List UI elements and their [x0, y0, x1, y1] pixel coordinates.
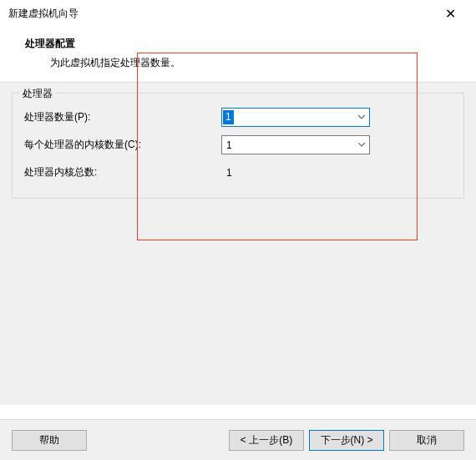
page-subtitle: 为此虚拟机指定处理器数量。 — [25, 56, 451, 70]
label-cores-per-processor: 每个处理器的内核数量(C): — [24, 138, 221, 152]
chevron-down-icon — [354, 115, 369, 119]
content-area: 处理器 处理器数量(P): 1 每个处理器的内核数量(C): 1 — [0, 83, 476, 405]
label-total-cores: 处理器内核总数: — [24, 165, 221, 179]
processors-value: 1 — [223, 110, 234, 124]
chevron-down-icon — [354, 143, 369, 147]
close-icon: ✕ — [445, 6, 456, 22]
processors-group: 处理器 处理器数量(P): 1 每个处理器的内核数量(C): 1 — [12, 93, 464, 199]
window-title: 新建虚拟机向导 — [8, 7, 433, 21]
cores-per-processor-combo[interactable]: 1 — [221, 135, 370, 154]
wizard-footer: 帮助 < 上一步(B) 下一步(N) > 取消 — [0, 419, 476, 460]
next-button[interactable]: 下一步(N) > — [309, 430, 384, 451]
titlebar: 新建虚拟机向导 ✕ — [0, 0, 476, 27]
cancel-button[interactable]: 取消 — [389, 430, 464, 451]
processors-combo[interactable]: 1 — [221, 108, 370, 127]
help-button[interactable]: 帮助 — [12, 430, 87, 451]
label-processors: 处理器数量(P): — [24, 110, 221, 124]
back-button[interactable]: < 上一步(B) — [229, 430, 304, 451]
total-cores-value: 1 — [221, 167, 232, 179]
page-title: 处理器配置 — [25, 37, 451, 51]
row-total-cores: 处理器内核总数: 1 — [24, 159, 452, 186]
cores-per-processor-value: 1 — [222, 139, 354, 151]
close-button[interactable]: ✕ — [433, 2, 468, 25]
row-processors: 处理器数量(P): 1 — [24, 104, 452, 131]
group-legend: 处理器 — [19, 87, 56, 101]
row-cores-per-processor: 每个处理器的内核数量(C): 1 — [24, 131, 452, 159]
wizard-header: 处理器配置 为此虚拟机指定处理器数量。 — [0, 27, 476, 83]
